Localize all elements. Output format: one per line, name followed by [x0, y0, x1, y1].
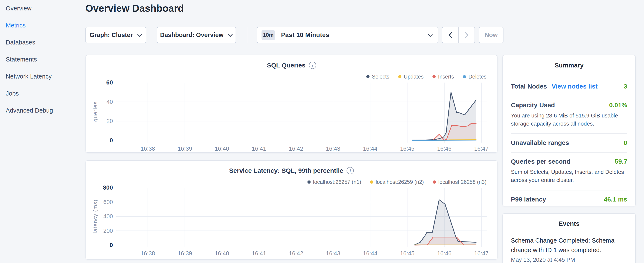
svg-text:16:46: 16:46	[437, 146, 452, 152]
sidebar-item-overview[interactable]: Overview	[0, 4, 85, 13]
summary-row-value: 0.01%	[609, 102, 627, 109]
events-title: Events	[511, 220, 627, 227]
svg-text:16:39: 16:39	[178, 146, 192, 152]
summary-row: Capacity Used0.01%You are using 28.6 MiB…	[511, 96, 627, 134]
svg-text:0: 0	[110, 242, 113, 248]
time-range-dropdown[interactable]: 10m Past 10 Minutes	[257, 27, 438, 43]
dashboard-dropdown-label: Dashboard: Overview	[160, 32, 224, 39]
view-nodes-list-link[interactable]: View nodes list	[552, 83, 598, 90]
sidebar-item-metrics[interactable]: Metrics	[0, 21, 85, 30]
svg-text:16:38: 16:38	[140, 250, 155, 256]
svg-text:0: 0	[110, 137, 113, 144]
sidebar-item-jobs[interactable]: Jobs	[0, 89, 85, 98]
summary-row-label: Capacity Used	[511, 102, 555, 109]
svg-text:16:41: 16:41	[252, 146, 266, 152]
controls-divider	[247, 27, 247, 43]
summary-row: Total NodesView nodes list3	[511, 78, 627, 96]
svg-text:16:39: 16:39	[178, 250, 192, 256]
sidebar-item-statements[interactable]: Statements	[0, 55, 85, 64]
svg-text:16:47: 16:47	[474, 250, 488, 256]
svg-text:16:38: 16:38	[140, 146, 155, 152]
svg-text:16:47: 16:47	[474, 146, 488, 152]
page-title: Overview Dashboard	[86, 3, 184, 14]
summary-row-label: Total Nodes	[511, 83, 547, 90]
svg-text:40: 40	[106, 99, 113, 105]
event-timestamp: May 13, 2020 at 4:45 PM	[511, 256, 627, 263]
summary-row-main: P99 latency46.1 ms	[511, 196, 627, 203]
svg-text:20: 20	[106, 118, 113, 124]
svg-text:16:42: 16:42	[289, 250, 304, 256]
now-button[interactable]: Now	[479, 27, 504, 43]
svg-text:16:43: 16:43	[326, 250, 340, 256]
summary-row-main: Unavailable ranges0	[511, 139, 627, 146]
event-item: Schema Change Completed: Schema change w…	[511, 236, 627, 263]
chevron-right-icon	[464, 32, 469, 39]
sidebar-item-advanced-debug[interactable]: Advanced Debug	[0, 106, 85, 115]
summary-row-value: 0	[624, 139, 627, 146]
time-range-step-group	[442, 27, 475, 43]
svg-text:16:40: 16:40	[215, 146, 229, 152]
chevron-down-icon	[428, 34, 433, 37]
svg-text:16:46: 16:46	[437, 250, 452, 256]
chevron-down-icon	[137, 34, 142, 37]
event-text: Schema Change Completed: Schema change w…	[511, 236, 627, 255]
summary-row-label: P99 latency	[511, 196, 546, 203]
svg-text:queries: queries	[92, 101, 98, 122]
events-panel: Events Schema Change Completed: Schema c…	[502, 213, 636, 263]
svg-text:16:45: 16:45	[400, 146, 414, 152]
sidebar: OverviewMetricsDatabasesStatementsNetwor…	[0, 4, 85, 123]
summary-row: Unavailable ranges0	[511, 134, 627, 153]
service-latency-chart: 16:3816:3916:4016:4116:4216:4316:4416:45…	[86, 161, 497, 259]
time-preset-badge: 10m	[262, 30, 275, 40]
svg-text:400: 400	[103, 213, 113, 220]
summary-row-main: Capacity Used0.01%	[511, 102, 627, 109]
svg-text:16:40: 16:40	[215, 250, 229, 256]
summary-row-value: 46.1 ms	[604, 196, 627, 203]
summary-title: Summary	[511, 62, 627, 69]
step-forward-button[interactable]	[458, 27, 474, 43]
svg-text:60: 60	[106, 79, 113, 86]
summary-row-label: Unavailable ranges	[511, 139, 569, 146]
svg-text:16:45: 16:45	[400, 250, 414, 256]
svg-text:latency (ms): latency (ms)	[92, 199, 98, 233]
service-latency-chart-card: Service Latency: SQL, 99th percentile i …	[86, 160, 498, 259]
svg-text:800: 800	[103, 184, 113, 191]
summary-row-label: Queries per second	[511, 158, 570, 165]
summary-row-value: 3	[624, 83, 627, 90]
summary-row: P99 latency46.1 ms	[511, 190, 627, 209]
summary-row-subtext: Sum of Selects, Updates, Inserts, and De…	[511, 168, 627, 184]
svg-text:600: 600	[103, 199, 113, 205]
time-range-label: Past 10 Minutes	[281, 32, 424, 39]
sql-queries-chart-card: SQL Queries i SelectsUpdatesInsertsDelet…	[86, 55, 498, 153]
summary-row-main: Queries per second59.7	[511, 158, 627, 165]
summary-row: Queries per second59.7Sum of Selects, Up…	[511, 153, 627, 190]
summary-panel: Summary Total NodesView nodes list3Capac…	[502, 55, 636, 206]
sidebar-item-network-latency[interactable]: Network Latency	[0, 72, 85, 81]
summary-row-value: 59.7	[615, 158, 627, 165]
sidebar-item-databases[interactable]: Databases	[0, 38, 85, 47]
graph-dropdown[interactable]: Graph: Cluster	[86, 27, 146, 43]
chevron-left-icon	[448, 32, 453, 39]
step-back-button[interactable]	[442, 27, 458, 43]
svg-text:16:44: 16:44	[363, 250, 378, 256]
svg-text:16:44: 16:44	[363, 146, 378, 152]
graph-dropdown-label: Graph: Cluster	[90, 32, 133, 39]
svg-text:16:42: 16:42	[289, 146, 304, 152]
dashboard-dropdown[interactable]: Dashboard: Overview	[157, 27, 236, 43]
summary-row-main: Total NodesView nodes list3	[511, 83, 627, 90]
svg-text:16:41: 16:41	[252, 250, 266, 256]
svg-text:200: 200	[103, 228, 113, 234]
sql-queries-chart: 16:3816:3916:4016:4116:4216:4316:4416:45…	[86, 55, 497, 152]
svg-text:16:43: 16:43	[326, 146, 340, 152]
chevron-down-icon	[228, 34, 233, 37]
summary-row-subtext: You are using 28.6 MiB of 515.9 GiB usab…	[511, 112, 627, 128]
